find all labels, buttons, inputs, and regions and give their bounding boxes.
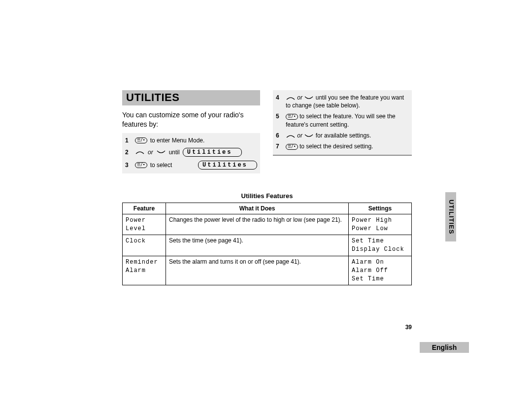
page-title: UTILITIES bbox=[122, 90, 260, 105]
step-text: to enter Menu Mode. bbox=[150, 137, 205, 144]
cell-settings: Power HighPower Low bbox=[349, 214, 412, 235]
step-number: 1 bbox=[125, 137, 132, 144]
left-column: UTILITIES You can customize some of your… bbox=[122, 90, 261, 173]
col-header-settings: Settings bbox=[349, 203, 412, 214]
col-header-what: What it Does bbox=[166, 203, 349, 214]
step-number: 4 bbox=[276, 94, 283, 109]
step-number: 5 bbox=[276, 112, 283, 128]
step-2: 2 or until Utilities bbox=[125, 146, 257, 159]
col-header-feature: Feature bbox=[123, 203, 166, 214]
display-readout: Utilities bbox=[183, 148, 242, 157]
cell-feature: Clock bbox=[123, 235, 166, 256]
or-word: or bbox=[148, 149, 153, 156]
cell-settings: Set TimeDisplay Clock bbox=[349, 235, 412, 256]
cell-what: Changes the power level of the radio to … bbox=[166, 214, 349, 235]
step-7: 7 ☰/• to select the desired setting. bbox=[276, 141, 409, 152]
step-text: until bbox=[169, 149, 180, 156]
step-number: 2 bbox=[125, 149, 132, 156]
up-arrow-icon bbox=[286, 134, 296, 138]
menu-key-icon: ☰/• bbox=[286, 144, 298, 150]
step-5: 5 ☰/• to select the feature. You will se… bbox=[276, 111, 409, 130]
menu-key-icon: ☰/• bbox=[135, 162, 147, 168]
step-text: until you see the feature you want to ch… bbox=[286, 94, 404, 109]
up-arrow-icon bbox=[286, 96, 296, 101]
or-word: or bbox=[297, 132, 302, 139]
cell-what: Sets the time (see page 41). bbox=[166, 235, 349, 256]
page-number: 39 bbox=[405, 324, 412, 331]
step-6: 6 or for available settings. bbox=[276, 130, 409, 141]
table-title: Utilities Features bbox=[122, 192, 412, 200]
step-1: 1 ☰/• to enter Menu Mode. bbox=[125, 135, 257, 146]
up-arrow-icon bbox=[135, 150, 145, 155]
step-text: to select the desired setting. bbox=[299, 143, 373, 150]
menu-key-icon: ☰/• bbox=[286, 114, 298, 120]
step-text: to select the feature. You will see the … bbox=[286, 113, 396, 128]
manual-page: UTILITIES You can customize some of your… bbox=[122, 90, 412, 285]
step-number: 7 bbox=[276, 142, 283, 150]
language-tab: English bbox=[420, 342, 469, 353]
step-3: 3 ☰/• to select Utilities bbox=[125, 159, 257, 171]
table-row: ClockSets the time (see page 41).Set Tim… bbox=[123, 235, 412, 256]
step-number: 3 bbox=[125, 162, 132, 169]
or-word: or bbox=[297, 94, 302, 101]
cell-feature: PowerLevel bbox=[123, 214, 166, 235]
side-tab-utilities: UTILITIES bbox=[445, 192, 456, 241]
left-steps-block: 1 ☰/• to enter Menu Mode. 2 or until Uti… bbox=[122, 133, 260, 173]
step-text: for available settings. bbox=[316, 132, 371, 139]
right-steps-block: 4 or until you see the feature you want … bbox=[273, 90, 412, 156]
step-4: 4 or until you see the feature you want … bbox=[276, 92, 409, 111]
menu-key-icon: ☰/• bbox=[135, 137, 147, 143]
down-arrow-icon bbox=[304, 96, 314, 101]
utilities-features-table: Feature What it Does Settings PowerLevel… bbox=[122, 203, 412, 286]
table-row: ReminderAlarmSets the alarm and turns it… bbox=[123, 256, 412, 285]
display-readout: Utilities bbox=[198, 161, 257, 170]
cell-settings: Alarm OnAlarm OffSet Time bbox=[349, 256, 412, 285]
right-column: 4 or until you see the feature you want … bbox=[273, 90, 412, 173]
down-arrow-icon bbox=[156, 150, 166, 155]
intro-text: You can customize some of your radio's f… bbox=[122, 110, 260, 129]
down-arrow-icon bbox=[304, 134, 314, 138]
table-row: PowerLevelChanges the power level of the… bbox=[123, 214, 412, 235]
step-text: to select bbox=[150, 162, 172, 169]
cell-feature: ReminderAlarm bbox=[123, 256, 166, 285]
cell-what: Sets the alarm and turns it on or off (s… bbox=[166, 256, 349, 285]
step-number: 6 bbox=[276, 132, 283, 139]
